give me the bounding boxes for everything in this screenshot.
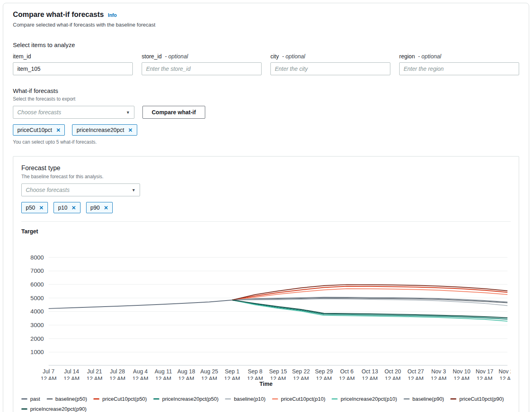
legend-item[interactable]: priceCut10pct(p50)	[93, 396, 147, 402]
forecast-type-dropdown[interactable]: Choose forecasts ▼	[21, 183, 140, 196]
y-tick-label: 6000	[31, 281, 44, 288]
compare-whatif-page: Compare what-if forecasts Info Compare s…	[3, 3, 529, 412]
series-line-past	[49, 300, 232, 309]
x-tick-label: Nov 1012 AM	[453, 368, 470, 380]
token-label: p90	[91, 204, 100, 211]
x-tick-label: Jul 2112 AM	[87, 368, 103, 380]
field-item-id: item_id	[13, 53, 133, 75]
token-p90: p90 ✕	[86, 202, 113, 213]
y-tick-label: 8000	[31, 254, 44, 261]
x-tick-label: Jul 712 AM	[41, 368, 57, 380]
y-tick-label: 2000	[31, 335, 44, 342]
whatif-token-row: priceCut10pct ✕ priceIncrease20pct ✕	[13, 124, 519, 136]
x-tick-label: Sep 1512 AM	[269, 368, 287, 380]
field-label-text: region	[399, 53, 415, 60]
whatif-subheading: Select the forecasts to export	[13, 96, 519, 102]
y-axis-title: Target	[21, 228, 511, 235]
y-tick-label: 3000	[31, 321, 44, 328]
legend-item[interactable]: baseline(p50)	[47, 396, 87, 402]
field-label-text: item_id	[13, 53, 31, 60]
legend-label: priceCut10pct(p10)	[281, 396, 326, 402]
legend-label: past	[30, 396, 40, 402]
panel-divider	[21, 221, 511, 222]
info-link[interactable]: Info	[108, 12, 117, 18]
x-tick-label: Oct 2012 AM	[384, 368, 401, 380]
x-tick-label: Aug 412 AM	[132, 368, 148, 380]
field-optional-text: - optional	[418, 53, 441, 60]
x-tick-label: Sep 812 AM	[247, 368, 263, 380]
legend-item[interactable]: priceIncrease20pct(p50)	[153, 396, 219, 402]
legend-swatch	[153, 398, 159, 400]
field-optional-text: - optional	[282, 53, 305, 60]
field-region: region - optional	[399, 53, 519, 75]
x-tick-label: Sep 2912 AM	[315, 368, 333, 380]
legend-swatch	[332, 398, 338, 400]
legend-label: priceCut10pct(p50)	[102, 396, 147, 402]
select-items-fields: item_id store_id - optional city - optio…	[13, 53, 519, 75]
token-p50: p50 ✕	[21, 202, 48, 213]
remove-token-icon[interactable]: ✕	[39, 205, 43, 210]
legend-swatch	[450, 398, 456, 400]
forecast-type-subheading: The baseline forecast for this analysis.	[21, 174, 511, 179]
forecast-type-controls: Choose forecasts ▼	[21, 183, 511, 196]
legend-item[interactable]: priceCut10pct(p10)	[272, 396, 326, 402]
forecast-type-heading: Forecast type	[21, 165, 511, 172]
legend-swatch	[225, 398, 231, 400]
token-label: priceCut10pct	[17, 127, 52, 133]
whatif-heading: What-if forecasts	[13, 87, 519, 94]
token-p10: p10 ✕	[54, 202, 80, 213]
whatif-forecasts-dropdown[interactable]: Choose forecasts ▼	[13, 106, 134, 119]
legend-label: priceIncrease20pct(p90)	[30, 406, 87, 412]
x-tick-label: Sep 2212 AM	[292, 368, 310, 380]
field-city: city - optional	[270, 53, 390, 75]
compare-whatif-button[interactable]: Compare what-if	[142, 106, 205, 119]
legend-item[interactable]: priceIncrease20pct(p90)	[21, 406, 87, 412]
item-id-input[interactable]	[13, 62, 133, 75]
x-tick-label: Jul 1412 AM	[64, 368, 80, 380]
x-tick-label: Sep 112 AM	[224, 368, 240, 380]
forecast-chart-svg[interactable]: 10002000300040005000600070008000Jul 712 …	[21, 245, 511, 380]
token-priceCut10pct: priceCut10pct ✕	[13, 124, 65, 136]
chart-legend: pastbaseline(p50)priceCut10pct(p50)price…	[21, 396, 511, 412]
legend-item[interactable]: baseline(p10)	[225, 396, 266, 402]
select-items-heading: Select items to analyze	[13, 41, 519, 48]
legend-label: priceIncrease20pct(p50)	[162, 396, 219, 402]
field-label: city - optional	[270, 53, 390, 60]
x-tick-label: Nov 312 AM	[431, 368, 447, 380]
remove-token-icon[interactable]: ✕	[128, 128, 133, 133]
city-input[interactable]	[270, 62, 390, 75]
region-input[interactable]	[399, 62, 519, 75]
x-tick-label: Oct 1312 AM	[361, 368, 378, 380]
field-label-text: city	[270, 53, 279, 60]
store-id-input[interactable]	[142, 62, 262, 75]
forecast-panel: Forecast type The baseline forecast for …	[13, 156, 519, 412]
legend-swatch	[21, 398, 27, 400]
legend-item[interactable]: priceIncrease20pct(p10)	[332, 396, 397, 402]
legend-label: baseline(p10)	[234, 396, 266, 402]
x-tick-label: Aug 1812 AM	[177, 368, 195, 380]
token-label: priceIncrease20pct	[76, 127, 124, 133]
x-tick-label: Aug 2512 AM	[200, 368, 218, 380]
forecast-chart[interactable]: 10002000300040005000600070008000Jul 712 …	[21, 245, 511, 380]
field-label: region - optional	[399, 53, 519, 60]
legend-label: priceIncrease20pct(p10)	[340, 396, 397, 402]
x-tick-label: Oct 612 AM	[339, 368, 355, 380]
dropdown-placeholder: Choose forecasts	[26, 187, 70, 193]
legend-item[interactable]: baseline(p90)	[404, 396, 444, 402]
remove-token-icon[interactable]: ✕	[104, 205, 108, 210]
field-label: item_id	[13, 53, 133, 60]
remove-token-icon[interactable]: ✕	[56, 128, 60, 133]
legend-swatch	[93, 398, 99, 400]
dropdown-placeholder: Choose forecasts	[17, 109, 61, 115]
x-tick-label: Nov 2412 AM	[499, 368, 511, 380]
x-tick-label: Oct 2712 AM	[407, 368, 424, 380]
legend-swatch	[21, 408, 27, 410]
remove-token-icon[interactable]: ✕	[72, 205, 76, 210]
whatif-hint: You can select upto 5 what-if forecasts.	[13, 139, 519, 145]
forecast-type-token-row: p50 ✕ p10 ✕ p90 ✕	[21, 202, 511, 213]
legend-swatch	[47, 398, 53, 400]
field-label-text: store_id	[142, 53, 162, 60]
legend-item[interactable]: past	[21, 396, 40, 402]
field-optional-text: - optional	[165, 53, 188, 60]
legend-item[interactable]: priceCut10pct(p90)	[450, 396, 504, 402]
